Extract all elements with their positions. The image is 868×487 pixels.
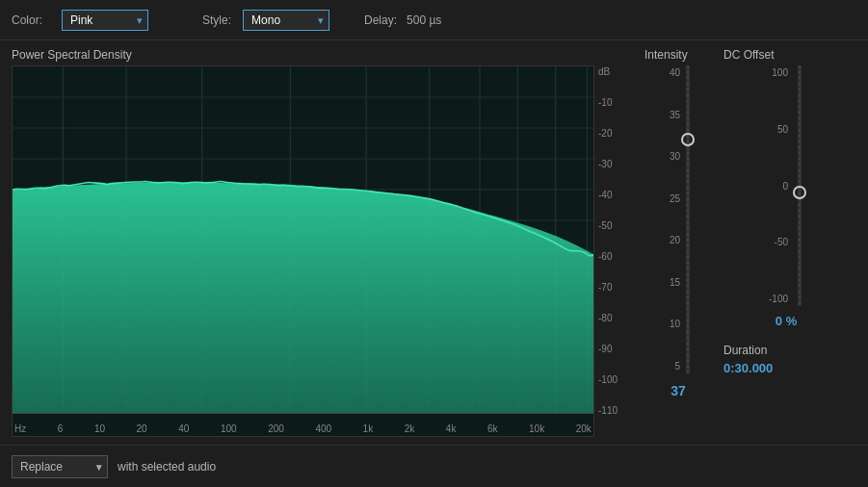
db-neg50: -50 — [598, 221, 635, 231]
freq-6: 6 — [58, 423, 64, 434]
color-select[interactable]: Pink White Brown Blue Grey — [62, 10, 148, 31]
db-axis: dB -10 -20 -30 -40 -50 -60 -70 -80 -90 -… — [594, 65, 635, 437]
right-panels: Intensity 40 35 30 25 20 15 10 5 — [644, 48, 856, 437]
style-section: Style: Mono Stereo — [202, 10, 329, 31]
intensity-panel: Intensity 40 35 30 25 20 15 10 5 — [644, 48, 712, 437]
spectrum-chart — [13, 66, 593, 436]
dc-offset-value: 0 % — [723, 314, 849, 328]
duration-label: Duration — [723, 344, 849, 357]
duration-section: Duration 0:30.000 — [723, 344, 849, 375]
chart-title: Power Spectral Density — [12, 48, 635, 62]
dc-offset-panel: DC Offset 100 50 0 -50 -100 0 % Duration — [723, 48, 849, 437]
main-content: Power Spectral Density — [0, 40, 868, 445]
replace-select-wrapper: Replace Add Modulate ▾ — [12, 455, 108, 478]
style-select-wrapper: Mono Stereo — [243, 10, 329, 31]
delay-label: Delay: — [364, 13, 397, 27]
color-select-wrapper: Pink White Brown Blue Grey — [62, 10, 148, 31]
intensity-title: Intensity — [644, 48, 688, 62]
color-label: Color: — [12, 13, 42, 27]
dc-scale: 100 50 0 -50 -100 — [765, 65, 792, 306]
db-neg110: -110 — [598, 406, 635, 416]
intensity-slider-track[interactable] — [686, 65, 690, 373]
top-bar: Color: Pink White Brown Blue Grey Style:… — [0, 0, 868, 40]
style-select[interactable]: Mono Stereo — [243, 10, 329, 31]
freq-20: 20 — [137, 423, 147, 434]
delay-section: Delay: 500 µs — [364, 13, 441, 27]
freq-20k: 20k — [576, 423, 592, 434]
freq-100: 100 — [221, 423, 237, 434]
freq-hz: Hz — [14, 423, 26, 434]
db-neg70: -70 — [598, 283, 635, 293]
intensity-value: 37 — [671, 383, 686, 398]
dc-offset-title: DC Offset — [723, 48, 849, 62]
dc-slider-track[interactable] — [798, 65, 802, 306]
freq-axis: Hz 6 10 20 40 100 200 400 1k 2k 4k 6k 10… — [13, 415, 593, 436]
freq-labels: Hz 6 10 20 40 100 200 400 1k 2k 4k 6k 10… — [13, 423, 593, 434]
intensity-slider-track-wrapper — [680, 65, 696, 373]
freq-200: 200 — [268, 423, 284, 434]
db-label: dB — [598, 67, 635, 77]
duration-value: 0:30.000 — [723, 361, 849, 375]
db-neg60: -60 — [598, 252, 635, 262]
freq-40: 40 — [178, 423, 189, 434]
freq-1k: 1k — [363, 423, 374, 434]
db-neg100: -100 — [598, 375, 635, 385]
freq-10: 10 — [94, 423, 105, 434]
freq-2k: 2k — [405, 423, 415, 434]
db-neg80: -80 — [598, 314, 635, 323]
bottom-bar: Replace Add Modulate ▾ with selected aud… — [0, 445, 868, 487]
db-neg30: -30 — [598, 160, 635, 169]
intensity-slider-thumb[interactable] — [681, 133, 695, 146]
freq-10k: 10k — [529, 423, 544, 434]
chart-area: Hz 6 10 20 40 100 200 400 1k 2k 4k 6k 10… — [12, 65, 594, 437]
freq-4k: 4k — [446, 423, 457, 434]
freq-400: 400 — [315, 423, 331, 434]
dc-slider-area: 100 50 0 -50 -100 — [723, 65, 849, 306]
delay-value: 500 µs — [407, 13, 441, 27]
with-selected-audio-label: with selected audio — [118, 460, 216, 474]
db-neg10: -10 — [598, 98, 635, 108]
replace-select[interactable]: Replace Add Modulate — [12, 455, 108, 478]
style-label: Style: — [202, 13, 231, 27]
db-neg20: -20 — [598, 129, 635, 139]
dc-slider-thumb[interactable] — [793, 186, 806, 199]
chart-container: Hz 6 10 20 40 100 200 400 1k 2k 4k 6k 10… — [12, 65, 635, 437]
intensity-scale: 40 35 30 25 20 15 10 5 — [661, 65, 680, 373]
db-neg40: -40 — [598, 191, 635, 200]
freq-6k: 6k — [487, 423, 498, 434]
chart-section: Power Spectral Density — [12, 48, 635, 437]
db-neg90: -90 — [598, 345, 635, 354]
dc-slider-track-wrapper — [792, 65, 807, 306]
